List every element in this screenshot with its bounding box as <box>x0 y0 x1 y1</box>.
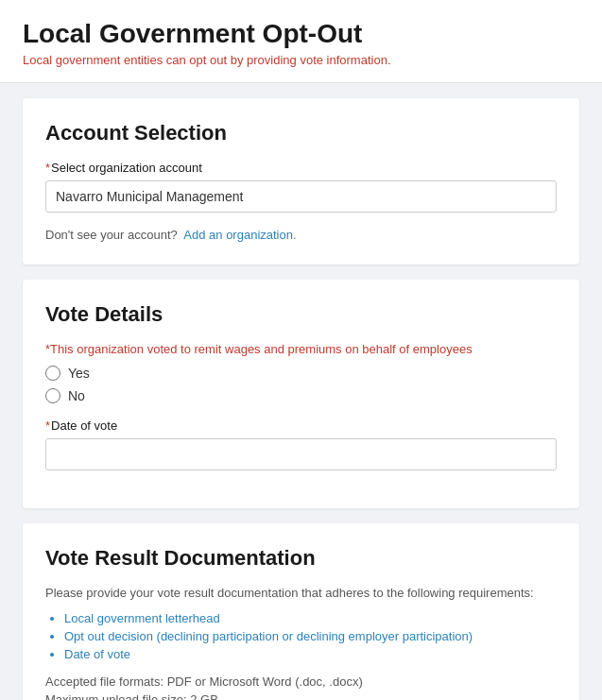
vote-question-field-group: *This organization voted to remit wages … <box>45 342 557 403</box>
requirements-list: Local government letterhead Opt out deci… <box>64 611 557 661</box>
main-content: Account Selection *Select organization a… <box>0 83 602 700</box>
org-account-input[interactable] <box>45 180 557 213</box>
documentation-description: Please provide your vote result document… <box>45 586 557 600</box>
page-title: Local Government Opt-Out <box>23 19 579 49</box>
vote-question-label: *This organization voted to remit wages … <box>45 342 557 356</box>
radio-no-label: No <box>68 388 85 403</box>
account-selection-section: Account Selection *Select organization a… <box>23 98 579 265</box>
radio-no-input[interactable] <box>45 388 60 403</box>
vote-radio-group: Yes No <box>45 366 557 403</box>
date-of-vote-field-group: *Date of vote <box>45 418 557 470</box>
file-formats-text: Accepted file formats: PDF or Microsoft … <box>45 674 557 689</box>
vote-details-section: Vote Details *This organization voted to… <box>23 280 579 508</box>
date-of-vote-label: *Date of vote <box>45 418 557 433</box>
documentation-title: Vote Result Documentation <box>45 546 557 571</box>
radio-yes-label: Yes <box>68 366 90 381</box>
required-star: * <box>45 161 50 175</box>
max-size-text: Maximum upload file size: 2 GB <box>45 692 557 700</box>
vote-details-title: Vote Details <box>45 302 557 327</box>
requirement-item-1: Local government letterhead <box>64 611 557 625</box>
requirement-item-2: Opt out decision (declining participatio… <box>64 629 557 643</box>
helper-text: Don't see your account? Add an organizat… <box>45 228 557 242</box>
radio-no[interactable]: No <box>45 388 557 403</box>
radio-yes[interactable]: Yes <box>45 366 557 381</box>
date-of-vote-input[interactable] <box>45 438 557 470</box>
radio-yes-input[interactable] <box>45 366 60 381</box>
page-subtitle: Local government entities can opt out by… <box>23 53 579 67</box>
org-account-label: *Select organization account <box>45 161 557 175</box>
documentation-section: Vote Result Documentation Please provide… <box>23 523 579 700</box>
add-organization-link[interactable]: Add an organization. <box>183 228 296 242</box>
page-header: Local Government Opt-Out Local governmen… <box>0 0 602 83</box>
account-selection-title: Account Selection <box>45 121 557 145</box>
org-account-field-group: *Select organization account <box>45 161 557 213</box>
requirement-item-3: Date of vote <box>64 647 557 661</box>
